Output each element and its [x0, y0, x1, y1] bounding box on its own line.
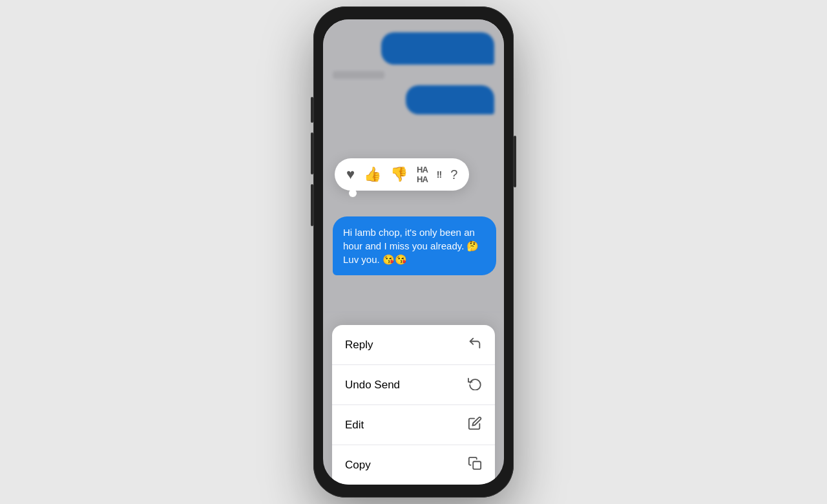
copy-menu-item[interactable]: Copy	[332, 445, 495, 485]
edit-menu-item[interactable]: Edit	[332, 405, 495, 445]
edit-label: Edit	[345, 419, 364, 432]
context-menu: Reply Undo Send Edit	[332, 325, 495, 485]
mute-button	[311, 97, 313, 123]
svg-rect-0	[473, 461, 481, 469]
undo-send-menu-item[interactable]: Undo Send	[332, 365, 495, 405]
undo-send-label: Undo Send	[345, 379, 400, 392]
reply-icon	[468, 336, 482, 353]
phone-frame: ♥ 👍 👎 HAHA !! ? Hi lamb chop, it's only …	[313, 6, 514, 498]
copy-icon	[468, 456, 482, 474]
undo-send-icon	[468, 376, 482, 394]
message-text: Hi lamb chop, it's only been an hour and…	[343, 227, 479, 265]
reply-menu-item[interactable]: Reply	[332, 325, 495, 365]
thumbsdown-reaction[interactable]: 👎	[390, 166, 408, 183]
reaction-bar: ♥ 👍 👎 HAHA !! ?	[335, 158, 469, 191]
emphasis-reaction[interactable]: !!	[437, 169, 441, 180]
copy-label: Copy	[345, 459, 371, 472]
message-bubble: Hi lamb chop, it's only been an hour and…	[333, 216, 496, 275]
volume-up-button	[311, 132, 313, 174]
edit-icon	[468, 416, 482, 434]
power-button	[514, 136, 516, 187]
phone-screen: ♥ 👍 👎 HAHA !! ? Hi lamb chop, it's only …	[323, 19, 504, 485]
haha-reaction[interactable]: HAHA	[417, 165, 428, 184]
thumbsup-reaction[interactable]: 👍	[364, 166, 381, 183]
reply-label: Reply	[345, 339, 373, 352]
heart-reaction[interactable]: ♥	[346, 166, 355, 183]
volume-down-button	[311, 184, 313, 226]
question-reaction[interactable]: ?	[450, 167, 457, 182]
